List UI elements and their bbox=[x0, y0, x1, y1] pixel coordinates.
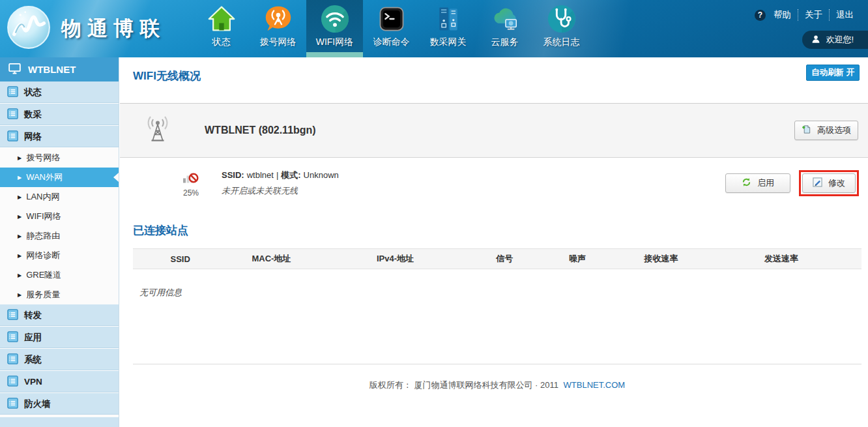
sidebar-item-label: WIFI网络 bbox=[26, 211, 61, 222]
enable-label: 启用 bbox=[757, 177, 774, 189]
sidebar-item-lan[interactable]: LAN内网 bbox=[0, 187, 119, 207]
stations-table-header: SSID MAC-地址 IPv4-地址 信号 噪声 接收速率 发送速率 bbox=[133, 248, 861, 269]
tab-label: 云服务 bbox=[491, 37, 519, 48]
list-icon bbox=[7, 86, 18, 99]
list-icon bbox=[7, 130, 18, 143]
wifi-disabled-message: 未开启或未关联无线 bbox=[222, 185, 341, 197]
separator: | bbox=[276, 170, 278, 180]
wifi-status-text: SSID:wtblnet|模式:Unknown 未开启或未关联无线 bbox=[222, 169, 341, 197]
column-header-signal: 信号 bbox=[475, 253, 533, 265]
sidebar-item-system[interactable]: 系统 bbox=[0, 349, 119, 371]
tab-system-log[interactable]: 系统日志 bbox=[533, 0, 590, 57]
sidebar-header: WTBLNET bbox=[0, 57, 119, 81]
router-admin-page: 物通博联 状态 bbox=[0, 0, 868, 427]
sidebar-item-wifi[interactable]: WIFI网络 bbox=[0, 207, 119, 226]
sidebar-item-label: WAN外网 bbox=[26, 171, 63, 183]
modify-button[interactable]: 修改 bbox=[802, 173, 856, 193]
logo-text: 物通博联 bbox=[61, 15, 166, 42]
ssid-label: SSID: bbox=[222, 170, 244, 180]
stethoscope-icon bbox=[547, 3, 577, 35]
tab-data-gateway[interactable]: 数采网关 bbox=[420, 0, 476, 57]
top-links: ? 帮助 关于 退出 bbox=[755, 9, 860, 21]
user-icon bbox=[811, 35, 820, 46]
column-header-rx-rate: 接收速率 bbox=[621, 253, 701, 265]
advanced-options-label: 高级选项 bbox=[817, 125, 851, 136]
tab-status[interactable]: 状态 bbox=[193, 0, 250, 57]
signal-disabled-icon bbox=[182, 169, 199, 187]
sidebar-item-dial-network[interactable]: 拨号网络 bbox=[0, 148, 119, 168]
edit-icon bbox=[813, 177, 822, 189]
help-link[interactable]: 帮助 bbox=[767, 9, 798, 21]
tab-label: 诊断命令 bbox=[373, 37, 410, 48]
sidebar-item-label: VPN bbox=[24, 377, 42, 387]
sidebar: WTBLNET 状态 数采 网络 拨号网络 WAN外网 LAN内网 WIFI网络… bbox=[0, 57, 119, 427]
sidebar-item-label: LAN内网 bbox=[26, 191, 59, 203]
column-header-ssid: SSID bbox=[133, 254, 227, 264]
main-content: WIFI无线概况 自动刷新 开 WTBLNET (802.11bgn) bbox=[120, 57, 868, 427]
list-icon bbox=[7, 108, 18, 121]
footer: 版权所有： 厦门物通博联网络科技有限公司 · 2011 WTBLNET.COM bbox=[133, 364, 861, 391]
sidebar-item-status[interactable]: 状态 bbox=[0, 81, 119, 104]
logout-link[interactable]: 退出 bbox=[829, 9, 860, 21]
help-icon: ? bbox=[755, 10, 766, 21]
sidebar-item-wan[interactable]: WAN外网 bbox=[0, 168, 119, 187]
sidebar-item-data-collection[interactable]: 数采 bbox=[0, 104, 119, 126]
sidebar-item-label: 系统 bbox=[24, 354, 42, 366]
sidebar-item-label: 网络诊断 bbox=[26, 250, 60, 261]
auto-refresh-toggle[interactable]: 自动刷新 开 bbox=[806, 65, 860, 81]
wifi-network-name: WTBLNET (802.11bgn) bbox=[205, 125, 316, 136]
sidebar-item-label: 转发 bbox=[24, 310, 42, 321]
sidebar-item-network[interactable]: 网络 bbox=[0, 126, 119, 148]
sidebar-item-qos[interactable]: 服务质量 bbox=[0, 285, 119, 304]
tab-label: WIFI网络 bbox=[316, 37, 354, 48]
column-header-tx-rate: 发送速率 bbox=[701, 253, 861, 265]
top-nav: 状态 拨号网络 bbox=[193, 0, 590, 57]
tab-label: 状态 bbox=[212, 37, 231, 48]
top-header: 物通博联 状态 bbox=[0, 0, 868, 57]
sidebar-item-firewall[interactable]: 防火墙 bbox=[0, 393, 119, 415]
mode-label: 模式: bbox=[281, 170, 300, 180]
sidebar-item-application[interactable]: 应用 bbox=[0, 327, 119, 349]
empty-message: 无可用信息 bbox=[139, 287, 868, 299]
list-icon bbox=[7, 375, 18, 389]
cloud-service-icon bbox=[490, 3, 520, 35]
sidebar-item-forwarding[interactable]: 转发 bbox=[0, 304, 119, 327]
enable-button[interactable]: 启用 bbox=[725, 173, 790, 193]
wifi-overview-panel: WTBLNET (802.11bgn) 高级选项 bbox=[120, 103, 868, 158]
page-title: WIFI无线概况 bbox=[120, 57, 868, 83]
tab-wifi-network[interactable]: WIFI网络 bbox=[306, 0, 363, 57]
wifi-status-row: 25% SSID:wtblnet|模式:Unknown 未开启或未关联无线 bbox=[120, 158, 868, 209]
sidebar-item-label: 应用 bbox=[24, 332, 42, 344]
welcome-text: 欢迎您! bbox=[826, 34, 854, 46]
sidebar-item-label: 状态 bbox=[24, 87, 42, 98]
advanced-options-button[interactable]: 高级选项 bbox=[794, 121, 858, 140]
signal-indicator: 25% bbox=[180, 169, 202, 198]
sidebar-item-static-route[interactable]: 静态路由 bbox=[0, 226, 119, 246]
sidebar-item-label: 防火墙 bbox=[24, 398, 51, 410]
sidebar-item-network-diagnosis[interactable]: 网络诊断 bbox=[0, 246, 119, 265]
logo-globe-icon bbox=[7, 5, 51, 52]
tab-label: 数采网关 bbox=[430, 37, 467, 48]
tab-cloud-service[interactable]: 云服务 bbox=[476, 0, 533, 57]
home-icon bbox=[207, 3, 236, 35]
sidebar-item-partial[interactable] bbox=[0, 417, 119, 427]
page-plus-icon bbox=[802, 125, 811, 136]
column-header-ipv4: IPv4-地址 bbox=[315, 253, 475, 265]
copyright-text: 版权所有： 厦门物通博联网络科技有限公司 · 2011 bbox=[369, 380, 558, 390]
about-link[interactable]: 关于 bbox=[798, 9, 829, 21]
signal-percent: 25% bbox=[183, 188, 199, 198]
ssid-value: wtblnet bbox=[247, 170, 274, 180]
tab-dial-network[interactable]: 拨号网络 bbox=[250, 0, 306, 57]
sidebar-item-vpn[interactable]: VPN bbox=[0, 371, 119, 393]
antenna-icon bbox=[145, 115, 171, 145]
column-header-noise: 噪声 bbox=[534, 253, 621, 265]
sidebar-item-label: 静态路由 bbox=[26, 230, 60, 242]
list-icon bbox=[7, 309, 18, 322]
list-icon bbox=[7, 331, 18, 344]
tab-diagnostics[interactable]: 诊断命令 bbox=[363, 0, 420, 57]
footer-link[interactable]: WTBLNET.COM bbox=[564, 380, 626, 390]
sidebar-item-label: 网络 bbox=[24, 131, 42, 143]
sidebar-item-gre-tunnel[interactable]: GRE隧道 bbox=[0, 265, 119, 285]
wifi-icon bbox=[320, 3, 350, 35]
sidebar-item-label: 数采 bbox=[24, 109, 42, 121]
